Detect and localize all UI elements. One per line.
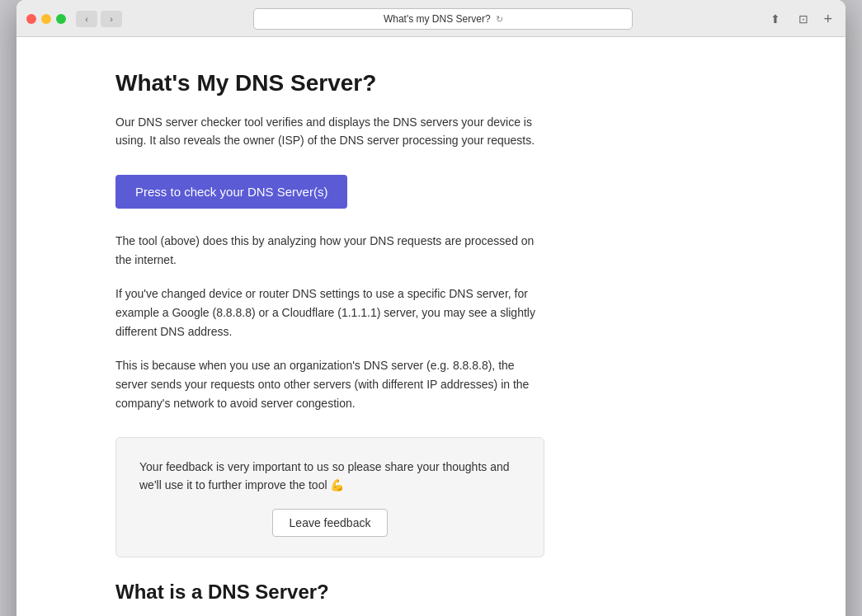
body-paragraph-3: This is because when you use an organiza… xyxy=(115,356,544,413)
url-text: What's my DNS Server? xyxy=(384,13,491,25)
share-button[interactable]: ⬆ xyxy=(764,10,787,28)
browser-window: ‹ › What's my DNS Server? ↻ ⬆ ⊡ + What's… xyxy=(16,0,846,616)
body-paragraph-2: If you've changed device or router DNS s… xyxy=(115,284,544,341)
check-dns-button[interactable]: Press to check your DNS Server(s) xyxy=(115,175,347,209)
browser-actions: ⬆ ⊡ + xyxy=(764,10,836,28)
page-content: What's My DNS Server? Our DNS server che… xyxy=(16,37,846,616)
close-button[interactable] xyxy=(26,14,36,24)
feedback-box: Your feedback is very important to us so… xyxy=(115,437,544,558)
minimize-button[interactable] xyxy=(41,14,51,24)
intro-paragraph: Our DNS server checker tool verifies and… xyxy=(115,113,544,150)
maximize-button[interactable] xyxy=(56,14,66,24)
add-tab-button[interactable]: + xyxy=(820,11,836,28)
body-paragraph-1: The tool (above) does this by analyzing … xyxy=(115,232,544,270)
nav-buttons: ‹ › xyxy=(76,11,122,27)
cta-container: Press to check your DNS Server(s) xyxy=(115,175,747,209)
address-bar-container: What's my DNS Server? ↻ xyxy=(129,8,757,30)
back-button[interactable]: ‹ xyxy=(76,11,97,27)
page-title: What's My DNS Server? xyxy=(115,70,747,96)
section2-title: What is a DNS Server? xyxy=(115,581,747,604)
address-bar[interactable]: What's my DNS Server? ↻ xyxy=(253,8,633,30)
browser-chrome: ‹ › What's my DNS Server? ↻ ⬆ ⊡ + xyxy=(16,0,846,37)
reload-icon[interactable]: ↻ xyxy=(496,14,503,25)
leave-feedback-button[interactable]: Leave feedback xyxy=(272,509,389,537)
feedback-text: Your feedback is very important to us so… xyxy=(139,458,520,495)
forward-button[interactable]: › xyxy=(101,11,122,27)
traffic-lights xyxy=(26,14,66,24)
tab-button[interactable]: ⊡ xyxy=(792,10,815,28)
